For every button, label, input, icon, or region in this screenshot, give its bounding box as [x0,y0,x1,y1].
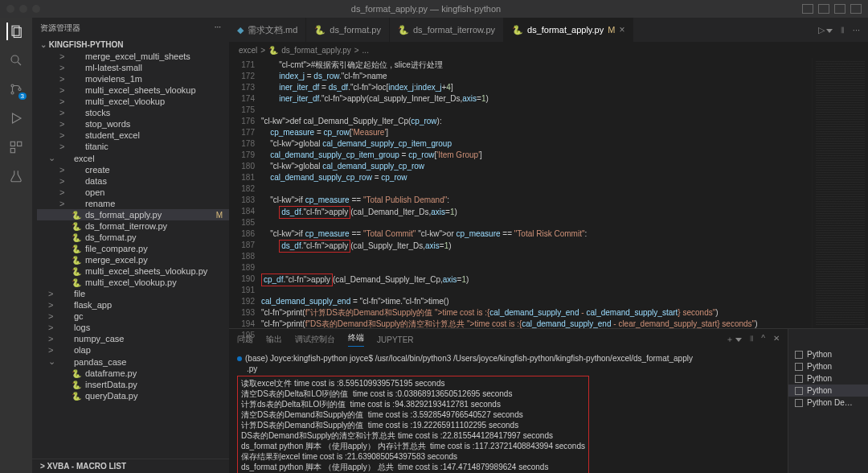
tree-item-label: multi_excel_sheets_vlookup.py [85,266,226,276]
tree-item[interactable]: >logs [37,322,229,333]
terminal[interactable]: (base) Joyce:kingfish-python joyce$ /usr… [229,350,788,473]
tree-item[interactable]: >multi_excel_vlookup [37,96,229,107]
close-panel-icon[interactable]: ✕ [773,334,780,345]
close-window-icon[interactable] [6,5,14,13]
panel-tab[interactable]: 调试控制台 [295,334,335,345]
breadcrumb-folder[interactable]: excel [239,46,257,55]
panel-tab[interactable]: 输出 [266,334,282,345]
svg-rect-10 [10,149,14,153]
tree-item[interactable]: >titanic [37,141,229,152]
maximize-panel-icon[interactable]: ^ [761,334,765,345]
tree-item[interactable]: >gc [37,311,229,322]
tree-item-label: pandas_case [74,357,226,367]
terminal-output-line: DS表的Demand和Supply的清空和计算总共 time cost is :… [241,430,585,441]
source-control-icon[interactable]: 3 [7,80,25,98]
tree-item-label: multi_excel_vlookup [85,97,226,106]
tree-item-label: excel [74,154,226,163]
workspace-root[interactable]: KINGFISH-PYTHON [49,40,124,49]
tree-item[interactable]: 🐍ds_format.py [37,232,229,243]
file-tree[interactable]: >merge_excel_multi_sheets>ml-latest-smal… [32,51,229,459]
scm-badge: 3 [18,93,27,100]
tree-item[interactable]: >file [37,288,229,299]
tree-item-label: insertData.py [85,380,226,389]
tree-item-label: file [74,289,226,298]
svg-point-4 [11,84,14,87]
tree-item-label: olap [74,345,226,355]
tree-item[interactable]: ⌄excel [37,152,229,164]
xvba-section[interactable]: > XVBA - MACRO LIST [32,459,229,473]
tree-item[interactable]: >flask_app [37,299,229,311]
tree-item[interactable]: >ml-latest-small [37,62,229,73]
chevron-icon: ⌄ [48,356,56,367]
explorer-icon[interactable] [6,23,24,40]
tree-item[interactable]: >student_excel [37,130,229,141]
extensions-icon[interactable] [7,138,25,156]
tree-item[interactable]: >stocks [37,107,229,118]
editor-tab[interactable]: ◆需求文档.md [229,18,306,42]
tree-item[interactable]: >merge_excel_multi_sheets [37,51,229,62]
tree-item[interactable]: 🐍insertData.py [37,379,229,390]
breadcrumb-symbol[interactable]: ... [362,46,369,55]
minimize-window-icon[interactable] [19,5,27,13]
tree-item[interactable]: 🐍ds_format_apply.pyM [37,209,229,220]
minimap[interactable] [812,58,868,328]
test-icon[interactable] [7,167,25,185]
more-actions-icon[interactable]: ··· [853,25,860,35]
chevron-icon: > [48,311,56,321]
tree-item[interactable]: 🐍dataframe.py [37,368,229,379]
search-icon[interactable] [7,51,25,69]
tree-item[interactable]: ⌄pandas_case [37,356,229,368]
terminal-list-item[interactable]: Python [788,348,868,360]
file-icon: 🐍 [71,267,82,276]
tree-item[interactable]: 🐍merge_excel.py [37,254,229,265]
split-editor-icon[interactable]: ⫴ [841,25,845,35]
tab-label: ds_format.py [330,25,381,35]
tree-item-label: file_compare.py [85,244,226,253]
editor-area: ◆需求文档.md🐍ds_format.py🐍ds_format_iterrow.… [229,18,868,473]
split-terminal-icon[interactable]: ⫴ [750,334,753,345]
tree-item[interactable]: >rename [37,198,229,209]
panel-tab[interactable]: 终端 [348,332,364,347]
terminal-list-item[interactable]: Python De… [788,397,868,409]
layout-icon-4[interactable] [850,4,862,14]
tree-item[interactable]: >open [37,187,229,198]
editor-tab[interactable]: 🐍ds_format_iterrow.py [390,18,504,42]
tree-item[interactable]: >multi_excel_sheets_vlookup [37,84,229,96]
layout-icon-2[interactable] [818,4,829,14]
panel-tab[interactable]: JUPYTER [377,335,414,344]
editor-tab[interactable]: 🐍ds_format.py [306,18,390,42]
tree-item[interactable]: >olap [37,344,229,356]
tree-item[interactable]: >stop_words [37,118,229,130]
tree-item-label: merge_excel.py [85,255,226,265]
terminal-list-item[interactable]: Python [788,372,868,385]
breadcrumb[interactable]: excel > 🐍 ds_format_apply.py > ... [229,42,868,58]
terminal-list-item[interactable]: Python [788,385,868,397]
code-editor[interactable]: "cl-cmt">#根据索引确定起始位 , slice进行处理 index_j … [261,58,812,328]
zoom-window-icon[interactable] [32,5,40,13]
layout-icon-1[interactable] [802,4,813,14]
tree-item[interactable]: 🐍queryData.py [37,390,229,401]
tree-item[interactable]: 🐍multi_excel_sheets_vlookup.py [37,265,229,277]
run-icon[interactable]: ▷ [818,25,833,35]
new-terminal-icon[interactable]: ＋ [726,334,742,345]
close-tab-icon[interactable]: × [619,24,624,35]
tree-item[interactable]: 🐍multi_excel_vlookup.py [37,277,229,288]
explorer-more-icon[interactable]: ··· [215,23,221,34]
terminal-output-line: 计算DS表的Demand和Supply的值 time cost is :19.2… [241,420,585,430]
breadcrumb-file[interactable]: ds_format_apply.py [281,46,351,55]
tree-item[interactable]: 🐍file_compare.py [37,243,229,254]
terminal-icon [795,363,803,371]
editor-tab[interactable]: 🐍ds_format_apply.pyM× [504,18,633,42]
svg-point-6 [18,88,21,91]
terminal-list-item[interactable]: Python [788,360,868,372]
tree-item[interactable]: >movielens_1m [37,73,229,84]
chevron-icon: > [48,334,56,343]
file-icon: ◆ [237,25,244,35]
debug-icon[interactable] [7,109,25,127]
tree-item[interactable]: >numpy_case [37,333,229,344]
tree-item[interactable]: >create [37,164,229,175]
terminal-output-box: 读取excel文件 time cost is :8.59510993957519… [237,376,589,473]
tree-item[interactable]: >datas [37,175,229,187]
layout-icon-3[interactable] [834,4,845,14]
tree-item[interactable]: 🐍ds_format_iterrow.py [37,220,229,232]
